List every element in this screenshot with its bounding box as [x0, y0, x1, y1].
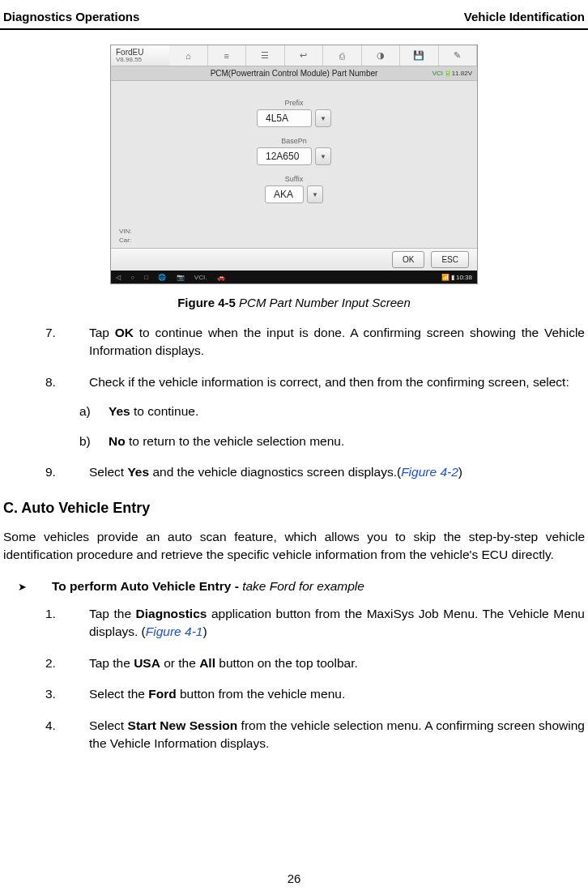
- back-nav-icon[interactable]: ◁: [116, 274, 121, 281]
- step-8-sublist: a) Yes to continue. b) No to return to t…: [89, 403, 585, 450]
- vcl-icon[interactable]: VCI.: [194, 274, 207, 281]
- arrow-right-icon: ➤: [18, 581, 27, 593]
- car-icon[interactable]: 🚗: [217, 274, 225, 281]
- ss-brand: FordEU V8.98.55: [111, 48, 169, 64]
- procedure-title-bold: To perform Auto Vehicle Entry -: [52, 579, 242, 593]
- ss-bottom-bar: OK ESC: [111, 248, 477, 271]
- section-c-para: Some vehicles provide an auto scan featu…: [0, 528, 588, 579]
- steps-list-continued: 7. Tap OK to continue when the input is …: [0, 324, 588, 482]
- ok-button[interactable]: OK: [392, 251, 424, 268]
- step-number: 8.: [45, 373, 56, 391]
- recent-nav-icon[interactable]: □: [144, 274, 148, 281]
- home-icon[interactable]: ⌂: [169, 45, 208, 66]
- ss-nav-icons: ◁ ○ □ 🌐 📷 VCI. 🚗: [116, 274, 233, 281]
- suffix-value: AKA: [265, 185, 304, 203]
- procedure-heading: ➤ To perform Auto Vehicle Entry - take F…: [0, 579, 588, 605]
- back-icon[interactable]: ↩: [285, 45, 324, 66]
- step-8: 8. Check if the vehicle information is c…: [89, 373, 585, 450]
- car-label: Car:: [119, 237, 132, 245]
- substep-letter: b): [79, 433, 91, 450]
- section-c-heading: C. Auto Vehicle Entry: [0, 495, 588, 528]
- basepn-value: 12A650: [257, 147, 312, 165]
- step-number: 3.: [45, 685, 56, 703]
- header-right: Vehicle Identification: [464, 10, 585, 23]
- ss-android-navbar: ◁ ○ □ 🌐 📷 VCI. 🚗 📶 ▮ 10:38: [111, 271, 477, 283]
- ss-voltage: 🔋11.82V: [444, 70, 472, 77]
- chevron-down-icon[interactable]: ▼: [307, 185, 323, 203]
- step-number: 2.: [45, 654, 56, 672]
- ss-brand-name: FordEU: [116, 48, 169, 57]
- chevron-down-icon[interactable]: ▼: [315, 147, 331, 165]
- chevron-down-icon[interactable]: ▼: [315, 109, 331, 127]
- prefix-label: Prefix: [284, 99, 303, 107]
- header-left: Diagnostics Operations: [3, 10, 139, 23]
- ss-clock: 📶 ▮ 10:38: [441, 274, 472, 281]
- ss-version: V8.98.55: [116, 57, 169, 64]
- vin-label: VIN:: [119, 228, 132, 236]
- prefix-field: Prefix 4L5A ▼: [111, 99, 477, 127]
- save-icon[interactable]: 💾: [400, 45, 439, 66]
- procedure-title-italic: take Ford for example: [242, 579, 364, 593]
- header-divider: [0, 28, 588, 30]
- step-8a: a) Yes to continue.: [109, 403, 585, 420]
- suffix-field: Suffix AKA ▼: [111, 175, 477, 203]
- caption-label: Figure 4-5: [177, 296, 236, 309]
- step-8b: b) No to return to the vehicle selection…: [109, 433, 585, 450]
- figure-caption: Figure 4-5 PCM Part Number Input Screen: [0, 296, 588, 309]
- embedded-screenshot: FordEU V8.98.55 ⌂ ≡ ☰ ↩ ⎙ ◑ 💾 ✎ PCM(Powe…: [110, 45, 478, 284]
- step-9-pre: Select: [89, 465, 127, 479]
- suffix-select[interactable]: AKA ▼: [265, 185, 323, 203]
- ss-top-toolbar: FordEU V8.98.55 ⌂ ≡ ☰ ↩ ⎙ ◑ 💾 ✎: [111, 45, 477, 66]
- screenshot-figure: FordEU V8.98.55 ⌂ ≡ ☰ ↩ ⎙ ◑ 💾 ✎ PCM(Powe…: [0, 45, 588, 284]
- basepn-field: BasePn 12A650 ▼: [111, 137, 477, 165]
- ss-title-text: PCM(Powertrain Control Module) Part Numb…: [211, 69, 378, 78]
- home-nav-icon[interactable]: ○: [130, 274, 134, 281]
- main-content: 7. Tap OK to continue when the input is …: [0, 324, 588, 753]
- step-9-bold: Yes: [127, 465, 149, 479]
- substep-letter: a): [79, 403, 91, 420]
- step-number: 7.: [45, 324, 56, 342]
- esc-button[interactable]: ESC: [431, 251, 469, 268]
- browser-icon[interactable]: 🌐: [158, 274, 166, 281]
- prefix-select[interactable]: 4L5A ▼: [257, 109, 331, 127]
- grid-icon[interactable]: ☰: [246, 45, 285, 66]
- ss-toolbar-icons: ⌂ ≡ ☰ ↩ ⎙ ◑ 💾 ✎: [169, 45, 477, 66]
- basepn-label: BasePn: [281, 137, 307, 145]
- proc-step-1: 1. Tap the Diagnostics application butto…: [89, 605, 585, 641]
- proc-step-4: 4. Select Start New Session from the veh…: [89, 717, 585, 753]
- help-icon[interactable]: ◑: [362, 45, 401, 66]
- nav-icon[interactable]: ≡: [208, 45, 247, 66]
- page-header: Diagnostics Operations Vehicle Identific…: [0, 10, 588, 28]
- step-9: 9. Select Yes and the vehicle diagnostic…: [89, 463, 585, 481]
- step-number: 4.: [45, 717, 56, 735]
- step-9-mid: and the vehicle diagnostics screen displ…: [149, 465, 401, 479]
- figure-4-2-link[interactable]: Figure 4-2: [401, 465, 458, 479]
- procedure-steps: 1. Tap the Diagnostics application butto…: [0, 605, 588, 753]
- vci-icon: VCI: [432, 70, 443, 77]
- page-number: 26: [0, 872, 588, 885]
- ss-body: Prefix 4L5A ▼ BasePn 12A650 ▼ Suffix AKA…: [111, 81, 477, 251]
- camera-icon[interactable]: 📷: [177, 274, 185, 281]
- print-icon[interactable]: ⎙: [323, 45, 362, 66]
- prefix-value: 4L5A: [257, 109, 312, 127]
- figure-4-1-link[interactable]: Figure 4-1: [146, 624, 203, 638]
- step-7: 7. Tap OK to continue when the input is …: [89, 324, 585, 360]
- proc-step-3: 3. Select the Ford button from the vehic…: [89, 685, 585, 703]
- suffix-label: Suffix: [285, 175, 303, 183]
- step-number: 1.: [45, 605, 56, 623]
- caption-title: PCM Part Number Input Screen: [239, 296, 411, 309]
- step-9-post: ): [458, 465, 462, 479]
- ss-title-bar: PCM(Powertrain Control Module) Part Numb…: [111, 66, 477, 81]
- basepn-select[interactable]: 12A650 ▼: [257, 147, 331, 165]
- edit-icon[interactable]: ✎: [439, 45, 478, 66]
- proc-step-2: 2. Tap the USA or the All button on the …: [89, 654, 585, 672]
- ss-vin-block: VIN: Car:: [119, 228, 132, 245]
- step-number: 9.: [45, 463, 56, 481]
